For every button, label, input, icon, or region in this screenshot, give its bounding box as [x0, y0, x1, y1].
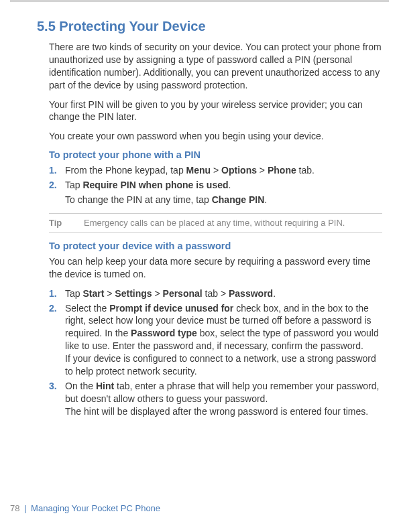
- list-text: Select the Prompt if device unused for c…: [65, 303, 379, 377]
- footer-title: Managing Your Pocket PC Phone: [31, 503, 160, 513]
- password-step-item: 1.Tap Start > Settings > Personal tab > …: [49, 287, 382, 300]
- pin-step-item: 1.From the Phone keypad, tap Menu > Opti…: [49, 164, 382, 177]
- password-step-item: 2.Select the Prompt if device unused for…: [49, 302, 382, 378]
- password-step-item: 3.On the Hint tab, enter a phrase that w…: [49, 380, 382, 418]
- page-number: 78: [10, 503, 19, 513]
- pin-step-item: 2.Tap Require PIN when phone is used.: [49, 179, 382, 192]
- section-heading: 5.5 Protecting Your Device: [37, 19, 382, 34]
- subheading-password: To protect your device with a password: [49, 241, 382, 251]
- intro-paragraph-3: You create your own password when you be…: [49, 130, 382, 143]
- password-intro: You can help keep your data more secure …: [49, 255, 382, 281]
- list-text: Tap Require PIN when phone is used.: [65, 180, 231, 190]
- subheading-pin: To protect your phone with a PIN: [49, 149, 382, 160]
- intro-paragraph-1: There are two kinds of security on your …: [49, 41, 382, 92]
- pin-change-note: To change the PIN at any time, tap Chang…: [65, 194, 382, 206]
- top-border: [10, 0, 389, 2]
- list-number: 1.: [49, 287, 57, 300]
- page-footer: 78 | Managing Your Pocket PC Phone: [10, 503, 160, 513]
- tip-label: Tip: [49, 218, 65, 228]
- footer-divider: |: [24, 503, 26, 513]
- password-steps-list: 1.Tap Start > Settings > Personal tab > …: [49, 287, 382, 418]
- page-content: 5.5 Protecting Your Device There are two…: [0, 0, 399, 434]
- pin-steps-list: 1.From the Phone keypad, tap Menu > Opti…: [49, 164, 382, 192]
- tip-text: Emergency calls can be placed at any tim…: [84, 218, 345, 228]
- tip-box: Tip Emergency calls can be placed at any…: [49, 213, 382, 232]
- intro-paragraph-2: Your first PIN will be given to you by y…: [49, 98, 382, 124]
- list-number: 2.: [49, 302, 57, 315]
- list-text: From the Phone keypad, tap Menu > Option…: [65, 165, 315, 176]
- list-text: Tap Start > Settings > Personal tab > Pa…: [65, 288, 276, 299]
- list-number: 3.: [49, 380, 57, 393]
- list-number: 2.: [49, 179, 57, 192]
- list-number: 1.: [49, 164, 57, 177]
- list-text: On the Hint tab, enter a phrase that wil…: [65, 381, 379, 417]
